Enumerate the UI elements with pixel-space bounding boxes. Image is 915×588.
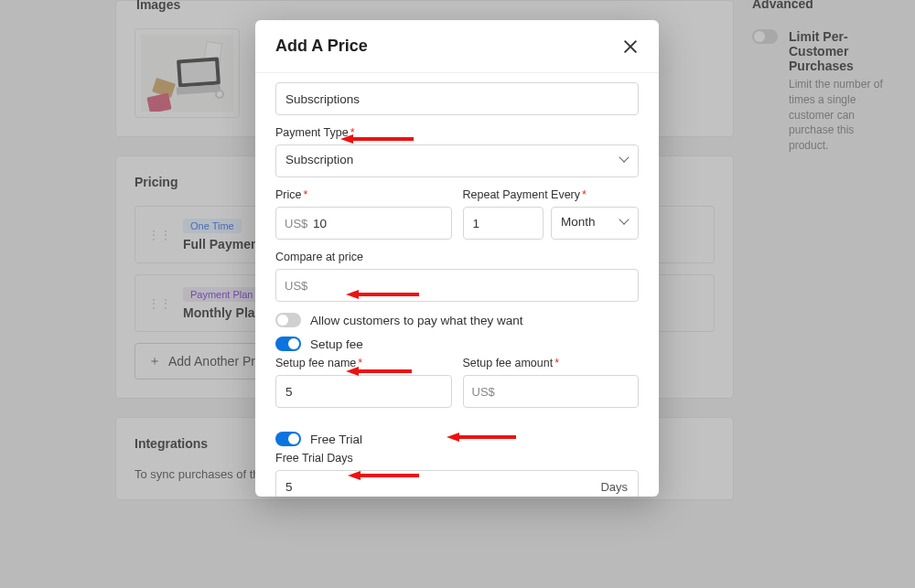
setup-fee-label: Setup fee xyxy=(310,337,363,351)
pay-what-want-toggle[interactable] xyxy=(275,313,301,327)
setup-fee-toggle[interactable] xyxy=(275,337,301,351)
price-label-text: Price* xyxy=(275,188,452,201)
setup-fee-name-input[interactable] xyxy=(275,375,452,408)
modal-title: Add A Price xyxy=(275,37,368,56)
payment-type-label: Payment Type* xyxy=(275,126,639,139)
free-trial-label: Free Trial xyxy=(310,433,362,446)
currency-prefix: US$ xyxy=(285,217,307,230)
compare-price-input[interactable] xyxy=(275,269,639,302)
modal-body[interactable]: Payment Type* Subscription Price* US$ Re… xyxy=(255,73,659,497)
setup-fee-name-label: Setup fee name* xyxy=(275,357,452,369)
free-trial-days-input[interactable] xyxy=(275,470,639,497)
price-name-input[interactable] xyxy=(275,82,639,115)
repeat-count-input[interactable] xyxy=(463,207,544,240)
free-trial-toggle[interactable] xyxy=(275,432,301,446)
compare-label: Compare at price xyxy=(275,251,639,263)
days-suffix: Days xyxy=(600,480,628,494)
currency-prefix: US$ xyxy=(472,385,495,399)
payment-type-select[interactable]: Subscription xyxy=(275,144,639,177)
currency-prefix: US$ xyxy=(285,279,307,293)
setup-fee-amount-label: Setup fee amount* xyxy=(463,357,640,369)
free-trial-days-label: Free Trial Days xyxy=(275,452,639,465)
close-icon[interactable] xyxy=(622,38,639,55)
add-price-modal: Add A Price Payment Type* Subscription P… xyxy=(255,20,659,497)
pay-what-want-label: Allow customers to pay what they want xyxy=(310,314,523,327)
repeat-label: Repeat Payment Every* xyxy=(463,188,640,201)
modal-header: Add A Price xyxy=(255,20,659,73)
repeat-unit-select[interactable]: Month xyxy=(551,207,639,240)
